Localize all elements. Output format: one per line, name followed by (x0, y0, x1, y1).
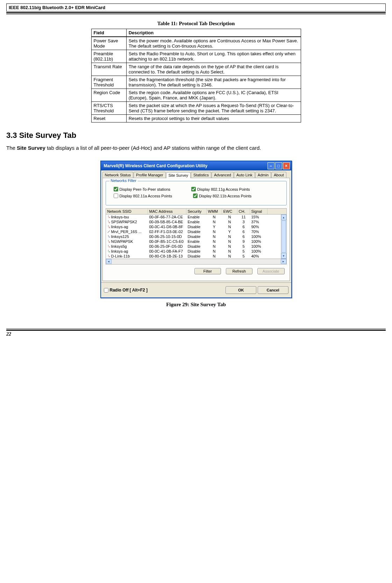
network-ap-icon: g (107, 240, 110, 243)
radio-off-input[interactable] (104, 288, 108, 293)
chk-80211b-input[interactable] (193, 194, 198, 198)
cell-field: Region Code (91, 89, 126, 102)
cell-desc: Resets the protocol settings to their de… (126, 115, 301, 122)
associate-button[interactable]: Associate (257, 268, 285, 274)
col-mac[interactable]: MAC Address (148, 209, 186, 214)
ssid-text: linksys-ag (111, 225, 128, 229)
cell-ewc: N (222, 239, 237, 244)
cell-sec: Disable (186, 249, 207, 254)
hscroll-track[interactable] (112, 259, 281, 264)
cell-ch: 5 (237, 249, 250, 254)
col-signal[interactable]: Signal (250, 209, 268, 214)
cell-desc: Sets the packet size at which the AP iss… (126, 102, 301, 115)
chk-peer-input[interactable] (114, 187, 118, 191)
maximize-button[interactable]: □ (275, 162, 282, 169)
radio-off-check[interactable]: Radio Off [ Alt+F2 ] (104, 288, 148, 293)
network-ap-icon: g (107, 220, 110, 223)
scroll-up-button[interactable]: ▲ (281, 215, 286, 220)
chk-80211g[interactable]: Display 802.11g Access Points (191, 187, 250, 191)
cell-ewc: N (222, 249, 237, 254)
network-ap-icon: g (107, 225, 110, 228)
cancel-button[interactable]: Cancel (258, 286, 288, 294)
cell-ssid: alinksys-tsu (106, 215, 148, 219)
ok-button[interactable]: OK (226, 286, 256, 294)
scroll-down-button[interactable]: ▼ (281, 253, 286, 259)
col-ewc[interactable]: EWC (222, 209, 237, 214)
scroll-thumb[interactable] (281, 220, 286, 253)
tab-profile-manager[interactable]: Profile Manager (134, 172, 166, 178)
table-row: Fragment ThresholdSets the fragmentation… (91, 76, 301, 89)
network-row[interactable]: gSPSWPAPSK200-09-5B-85-C4-BEEnableNN337% (106, 219, 286, 224)
chk-80211a-label: Display 802.11a Access Points (120, 194, 172, 198)
cell-field: Preamble (802.11b) (91, 50, 126, 63)
col-ch[interactable]: CH. (237, 209, 250, 214)
network-row[interactable]: aD-Link-11b00-80-C8-1B-2E-13DisableNN540… (106, 254, 286, 259)
doc-header-title: IEEE 802.11b/g Bluetooth 2.0+ EDR MiniCa… (9, 5, 105, 10)
network-row[interactable]: gNGWPAPSK00-0F-B5-1C-C5-E0EnableNN9100% (106, 239, 286, 244)
close-button[interactable]: × (283, 162, 290, 169)
cell-ewc: N (222, 234, 237, 239)
cell-wmm: N (207, 244, 222, 249)
cell-mac: 00-0C-41-D8-0B-8F (148, 224, 186, 229)
cell-ewc: N (222, 219, 237, 224)
col-wmm[interactable]: WMM (207, 209, 222, 214)
dialog-title: Marvell(R) Wireless Client Card Configur… (104, 163, 208, 168)
chk-80211a-input[interactable] (114, 194, 118, 198)
tab-advanced[interactable]: Advanced (212, 172, 234, 178)
cell-desc: Sets the power mode. Available options a… (126, 37, 301, 50)
network-row[interactable]: alinksys-ag00-0C-41-0B-FA-F7DisableNN510… (106, 249, 286, 254)
chk-80211b[interactable]: Display 802.11b Access Points (193, 194, 251, 198)
cell-ssid: alinksys5g (106, 244, 148, 249)
tab-about[interactable]: About (271, 172, 286, 178)
chk-80211g-label: Display 802.11g Access Points (197, 187, 250, 191)
cell-sig: 100% (250, 239, 268, 244)
cell-mac: 00-0C-41-0B-FA-F7 (148, 249, 186, 254)
cell-desc: The range of the data rate depends on th… (126, 63, 301, 76)
ssid-text: linksys5g (111, 244, 127, 248)
chk-80211a[interactable]: Display 802.11a Access Points (114, 194, 172, 198)
tab-site-survey[interactable]: Site Survey (166, 172, 191, 178)
refresh-button[interactable]: Refresh (226, 268, 252, 274)
section-heading: 3.3 Site Survey Tab (6, 131, 386, 140)
cell-wmm: Y (207, 224, 222, 229)
ssid-text: Mrvl_PER_16S ... (111, 230, 142, 234)
tab-strip: Network StatusProfile ManagerSite Survey… (101, 170, 291, 178)
tab-auto-link[interactable]: Auto Link (234, 172, 255, 178)
ssid-text: linksys-tsu (111, 215, 129, 219)
network-row[interactable]: alinksys5g00-06-25-0F-D5-0DDisableNN5100… (106, 244, 286, 249)
cell-ch: 3 (237, 219, 250, 224)
svg-point-4 (108, 220, 109, 221)
svg-text:a: a (109, 251, 110, 253)
tab-statistics[interactable]: Statistics (191, 172, 211, 178)
filter-button[interactable]: Filter (194, 268, 221, 274)
cell-wmm: N (207, 215, 222, 219)
cell-ssid: Mrvl_PER_16S ... (106, 229, 148, 234)
col-security[interactable]: Security (186, 209, 207, 214)
col-ssid[interactable]: Network SSID (106, 209, 148, 214)
cell-ssid: gSPSWPAPSK2 (106, 219, 148, 224)
dialog-footer: Radio Off [ Alt+F2 ] OK Cancel (101, 282, 291, 297)
networks-filter-group: Networks Filter Display Peer-To-Peer sta… (106, 181, 287, 205)
vertical-scrollbar[interactable]: ▲ ▼ (281, 215, 286, 259)
network-row[interactable]: blinksys12500-06-25-10-15-0DDisableNN610… (106, 234, 286, 239)
th-field: Field (91, 29, 126, 37)
tab-admin[interactable]: Admin (255, 172, 271, 178)
network-row[interactable]: Mrvl_PER_16S ...02-FF-F1-D3-0E-02Disable… (106, 229, 286, 234)
horizontal-scrollbar[interactable]: ◄ ► (106, 259, 287, 265)
tab-network-status[interactable]: Network Status (102, 172, 134, 178)
cell-mac: 02-FF-F1-D3-0E-02 (148, 229, 186, 234)
list-body: alinksys-tsu00-0F-66-77-2A-CEEnableNN111… (106, 215, 287, 259)
cell-ch: 11 (237, 215, 250, 219)
cell-field: Reset (91, 115, 126, 122)
network-row[interactable]: glinksys-ag00-0C-41-D8-0B-8FDisableYN690… (106, 224, 286, 229)
minimize-button[interactable]: – (268, 162, 275, 169)
scroll-left-button[interactable]: ◄ (106, 259, 112, 264)
cell-ssid: gNGWPAPSK (106, 239, 148, 244)
scroll-right-button[interactable]: ► (281, 259, 286, 264)
chk-peer[interactable]: Display Peer-To-Peer stations (114, 187, 171, 191)
chk-80211g-input[interactable] (191, 187, 196, 191)
cell-ssid: alinksys-ag (106, 249, 148, 254)
cell-ssid: aD-Link-11b (106, 254, 148, 259)
network-row[interactable]: alinksys-tsu00-0F-66-77-2A-CEEnableNN111… (106, 215, 286, 219)
cell-ewc: N (222, 254, 237, 259)
